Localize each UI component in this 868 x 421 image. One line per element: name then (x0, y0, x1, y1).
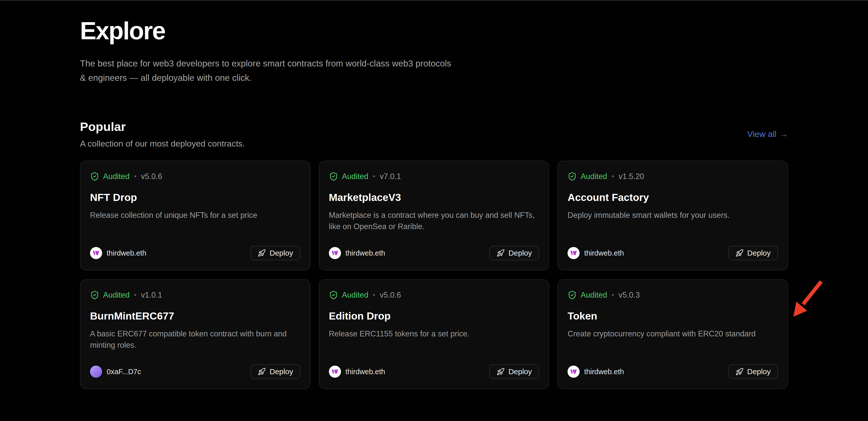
deploy-button[interactable]: Deploy (250, 364, 300, 379)
contract-card[interactable]: Audited • v5.0.3 Token Create cryptocurr… (557, 279, 788, 389)
deploy-label: Deploy (270, 367, 293, 376)
publisher[interactable]: thirdweb.eth (329, 366, 385, 378)
audited-badge: Audited (103, 172, 129, 181)
audited-badge: Audited (581, 172, 607, 181)
contract-title[interactable]: MarketplaceV3 (329, 192, 539, 203)
contract-title[interactable]: Token (567, 310, 778, 322)
badge-separator: • (612, 291, 614, 299)
publisher-name: thirdweb.eth (106, 249, 146, 257)
card-badge-row: Audited • v5.0.6 (329, 290, 539, 300)
card-footer: thirdweb.eth Deploy (90, 246, 301, 260)
audited-badge: Audited (103, 290, 129, 300)
deploy-label: Deploy (270, 249, 293, 257)
card-badge-row: Audited • v1.5.20 (567, 172, 778, 181)
badge-separator: • (134, 291, 136, 299)
shield-check-icon (567, 172, 577, 181)
audited-badge: Audited (342, 172, 368, 181)
version-label: v5.0.3 (619, 290, 640, 300)
thirdweb-avatar (329, 247, 341, 259)
popular-heading-block: Popular A collection of our most deploye… (80, 120, 245, 148)
explore-page: Explore The best place for web3 develope… (0, 17, 868, 389)
contract-card[interactable]: Audited • v5.0.6 Edition Drop Release ER… (319, 279, 550, 389)
card-footer: 0xaF...D7c Deploy (90, 364, 301, 379)
deploy-button[interactable]: Deploy (489, 364, 539, 379)
view-all-link[interactable]: View all → (747, 129, 788, 139)
card-badge-row: Audited • v5.0.3 (567, 290, 778, 300)
contract-description: Create cryptocurrency compliant with ERC… (567, 328, 778, 339)
badge-separator: • (612, 172, 614, 180)
contract-card[interactable]: Audited • v5.0.6 NFT Drop Release collec… (80, 161, 311, 271)
deploy-button[interactable]: Deploy (489, 246, 539, 260)
publisher[interactable]: 0xaF...D7c (90, 366, 141, 378)
badge-separator: • (373, 291, 375, 299)
shield-check-icon (90, 172, 99, 181)
contract-title[interactable]: BurnMintERC677 (90, 310, 301, 322)
version-label: v1.5.20 (619, 172, 644, 181)
deploy-label: Deploy (747, 249, 771, 257)
rocket-icon (497, 368, 505, 376)
popular-grid: Audited • v5.0.6 NFT Drop Release collec… (80, 161, 788, 389)
deploy-button[interactable]: Deploy (728, 364, 778, 379)
card-badge-row: Audited • v1.0.1 (90, 290, 301, 300)
shield-check-icon (329, 290, 338, 300)
contract-card[interactable]: Audited • v1.0.1 BurnMintERC677 A basic … (80, 279, 311, 389)
rocket-icon (258, 368, 266, 376)
contract-card[interactable]: Audited • v1.5.20 Account Factory Deploy… (557, 161, 788, 271)
contract-title[interactable]: Account Factory (567, 192, 778, 203)
rocket-icon (258, 249, 266, 257)
publisher-name: 0xaF...D7c (106, 368, 141, 376)
publisher[interactable]: thirdweb.eth (90, 247, 146, 259)
contract-description: Release ERC1155 tokens for a set price. (329, 328, 539, 339)
publisher[interactable]: thirdweb.eth (329, 247, 385, 259)
publisher-name: thirdweb.eth (345, 368, 385, 376)
badge-separator: • (373, 172, 375, 180)
shield-check-icon (90, 290, 99, 300)
popular-title: Popular (80, 120, 245, 134)
top-divider (0, 0, 868, 1)
card-footer: thirdweb.eth Deploy (567, 246, 778, 260)
deploy-button[interactable]: Deploy (250, 246, 300, 260)
rocket-icon (736, 368, 744, 376)
thirdweb-avatar (329, 366, 341, 378)
thirdweb-avatar (90, 247, 102, 259)
contract-title[interactable]: Edition Drop (329, 310, 539, 322)
version-label: v1.0.1 (141, 290, 162, 300)
version-label: v5.0.6 (141, 172, 162, 181)
contract-description: Marketplace is a contract where you can … (329, 209, 539, 232)
shield-check-icon (329, 172, 338, 181)
arrow-right-icon: → (779, 129, 788, 139)
card-badge-row: Audited • v5.0.6 (90, 172, 301, 181)
card-footer: thirdweb.eth Deploy (329, 364, 539, 379)
publisher[interactable]: thirdweb.eth (567, 247, 624, 259)
deploy-label: Deploy (508, 367, 532, 376)
version-label: v5.0.6 (380, 290, 401, 300)
audited-badge: Audited (581, 290, 607, 300)
contract-card[interactable]: Audited • v7.0.1 MarketplaceV3 Marketpla… (319, 161, 550, 271)
popular-subtitle: A collection of our most deployed contra… (80, 139, 245, 148)
publisher[interactable]: thirdweb.eth (567, 366, 624, 378)
contract-description: Release collection of unique NFTs for a … (90, 209, 301, 221)
contract-description: Deploy immutable smart wallets for your … (567, 209, 778, 221)
audited-badge: Audited (342, 290, 368, 300)
view-all-label: View all (747, 129, 776, 139)
rocket-icon (497, 249, 505, 257)
contract-title[interactable]: NFT Drop (90, 192, 301, 203)
card-footer: thirdweb.eth Deploy (329, 246, 539, 260)
deploy-label: Deploy (508, 249, 532, 257)
thirdweb-avatar (567, 247, 580, 259)
contract-description: A basic ERC677 compatible token contract… (90, 328, 301, 351)
card-badge-row: Audited • v7.0.1 (329, 172, 539, 181)
page-title: Explore (80, 17, 788, 45)
address-avatar (90, 366, 102, 378)
shield-check-icon (567, 290, 577, 300)
card-footer: thirdweb.eth Deploy (567, 364, 778, 379)
publisher-name: thirdweb.eth (584, 368, 624, 376)
thirdweb-avatar (567, 366, 580, 378)
deploy-button[interactable]: Deploy (728, 246, 778, 260)
version-label: v7.0.1 (380, 172, 401, 181)
popular-section-header: Popular A collection of our most deploye… (80, 120, 788, 148)
publisher-name: thirdweb.eth (345, 249, 385, 257)
publisher-name: thirdweb.eth (584, 249, 624, 257)
deploy-label: Deploy (747, 367, 771, 376)
rocket-icon (736, 249, 744, 257)
